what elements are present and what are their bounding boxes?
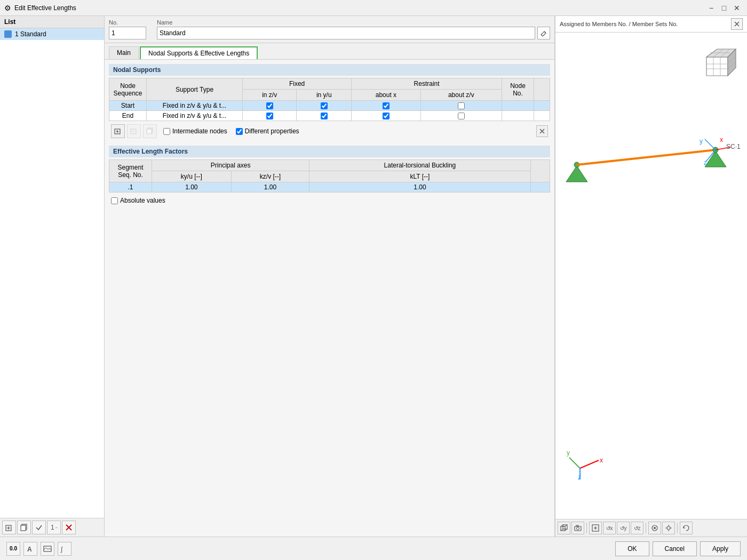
start-fixed-yu-check[interactable]: [321, 102, 328, 109]
name-input[interactable]: [157, 27, 535, 39]
apply-button[interactable]: Apply: [700, 541, 741, 556]
number-icon: 0.0: [10, 546, 17, 551]
x-rotate-label: ↺x: [606, 525, 613, 531]
view-btn-x-rotate[interactable]: ↺x: [603, 522, 616, 534]
toolbar-row: Intermediate nodes Different properties: [109, 121, 550, 141]
row-start-fixed-yu[interactable]: [297, 101, 352, 111]
start-fixed-zv-check[interactable]: [266, 102, 273, 109]
row-end-about-x[interactable]: [352, 111, 420, 121]
end-about-x-check[interactable]: [383, 113, 390, 119]
assigned-close-button[interactable]: [731, 18, 743, 30]
view-btn-y-rotate[interactable]: ↺y: [617, 522, 630, 534]
view-btn-zoom-fit[interactable]: [589, 522, 602, 534]
start-about-zv-check[interactable]: [458, 102, 465, 109]
effective-length-section: Effective Length Factors SegmentSeq. No.…: [109, 146, 550, 193]
delete-row-button[interactable]: [127, 124, 141, 138]
svg-point-61: [667, 526, 670, 530]
eff-row-klt[interactable]: 1.00: [309, 182, 530, 193]
row-end-support-type[interactable]: Fixed in z/v & y/u & t...: [147, 111, 243, 121]
view-btn-refresh[interactable]: [680, 522, 693, 534]
eff-row-kzv[interactable]: 1.00: [231, 182, 309, 193]
end-fixed-zv-check[interactable]: [266, 113, 273, 119]
col-segment-seq: SegmentSeq. No.: [109, 160, 152, 182]
row-start-support-type[interactable]: Fixed in z/v & y/u & t...: [147, 101, 243, 111]
svg-text:A: A: [27, 546, 32, 553]
tab-nodal[interactable]: Nodal Supports & Effective Lengths: [140, 46, 258, 59]
name-field: Name: [157, 19, 550, 39]
absolute-values-label[interactable]: Absolute values: [111, 197, 165, 204]
maximize-button[interactable]: □: [718, 2, 730, 14]
bottom-btn-number[interactable]: 0.0: [6, 542, 20, 556]
col-node-sequence: NodeSequence: [109, 78, 147, 101]
row-start-about-zv[interactable]: [420, 101, 502, 111]
row-end-about-zv[interactable]: [420, 111, 502, 121]
row-end-node-no: [502, 111, 534, 121]
absolute-values-check[interactable]: [111, 197, 118, 204]
different-properties-label[interactable]: Different properties: [236, 127, 299, 135]
sidebar-delete-button[interactable]: [62, 521, 76, 534]
col-fixed-zv: in z/v: [243, 90, 297, 101]
close-button[interactable]: ✕: [731, 2, 743, 14]
eff-row-kyu[interactable]: 1.00: [152, 182, 232, 193]
y-axis-label: y: [567, 449, 570, 457]
sidebar-renumber-button[interactable]: 1→: [47, 521, 61, 534]
col-node-no: NodeNo.: [502, 78, 534, 101]
row-end-fixed-zv[interactable]: [243, 111, 297, 121]
sidebar-item-standard[interactable]: 1 Standard: [0, 28, 104, 40]
row-end-fixed-yu[interactable]: [297, 111, 352, 121]
svg-line-8: [544, 31, 546, 33]
svg-text:∫: ∫: [60, 546, 63, 553]
checkbox-options: Intermediate nodes Different properties: [163, 127, 299, 135]
view-divider-2: [646, 523, 646, 533]
row-end-sequence: End: [109, 111, 147, 121]
end-about-zv-check[interactable]: [458, 113, 465, 119]
intermediate-nodes-check[interactable]: [163, 128, 170, 135]
different-properties-check[interactable]: [236, 128, 243, 135]
svg-text:z: z: [704, 159, 707, 166]
absolute-values-row: Absolute values: [109, 193, 550, 209]
sidebar-copy-button[interactable]: [17, 521, 31, 534]
delete-icon: [65, 524, 73, 531]
sidebar-new-button[interactable]: [2, 521, 16, 534]
sidebar-check-button[interactable]: [32, 521, 46, 534]
bottom-btn-image[interactable]: [41, 542, 54, 556]
assigned-close-icon: [734, 21, 740, 27]
copy-row-button[interactable]: [143, 124, 157, 138]
view-divider-3: [677, 523, 678, 533]
edit-name-button[interactable]: [537, 27, 550, 39]
nodal-supports-header: Nodal Supports: [109, 64, 550, 76]
svg-line-34: [577, 150, 716, 165]
refresh-icon: [682, 524, 690, 532]
svg-text:y: y: [700, 138, 703, 145]
tab-main[interactable]: Main: [109, 46, 139, 59]
table-row[interactable]: Start Fixed in z/v & y/u & t...: [109, 101, 550, 111]
start-about-x-check[interactable]: [383, 102, 390, 109]
minimize-button[interactable]: −: [705, 2, 717, 14]
bottom-btn-formula[interactable]: ∫: [58, 542, 71, 556]
view-btn-perspective[interactable]: [558, 522, 570, 534]
col-eff-extra: [530, 160, 550, 182]
copy-icon: [20, 524, 28, 531]
end-fixed-yu-check[interactable]: [321, 113, 328, 119]
col-kyu: ky/u [--]: [152, 171, 232, 182]
view-btn-settings[interactable]: [662, 522, 675, 534]
no-input[interactable]: [109, 27, 146, 39]
row-start-about-x[interactable]: [352, 101, 420, 111]
table-row[interactable]: End Fixed in z/v & y/u & t...: [109, 111, 550, 121]
row-start-fixed-zv[interactable]: [243, 101, 297, 111]
bottom-btn-text[interactable]: A: [23, 542, 37, 556]
ok-button[interactable]: OK: [615, 541, 649, 556]
view-btn-camera[interactable]: [571, 522, 584, 534]
add-row-button[interactable]: [111, 124, 125, 138]
view-btn-z-rotate[interactable]: ↺z: [631, 522, 643, 534]
view-btn-render[interactable]: [648, 522, 661, 534]
table-row[interactable]: .1 1.00 1.00 1.00: [109, 182, 550, 193]
titlebar-title: Edit Effective Lengths: [14, 4, 76, 12]
intermediate-nodes-label[interactable]: Intermediate nodes: [163, 127, 227, 135]
titlebar-icons: − □ ✕: [705, 2, 743, 14]
row-end-extra: [534, 111, 550, 121]
section-close-button[interactable]: [536, 125, 548, 137]
col-about-x: about x: [352, 90, 420, 101]
col-fixed-header: Fixed: [243, 78, 352, 90]
cancel-button[interactable]: Cancel: [653, 541, 697, 556]
